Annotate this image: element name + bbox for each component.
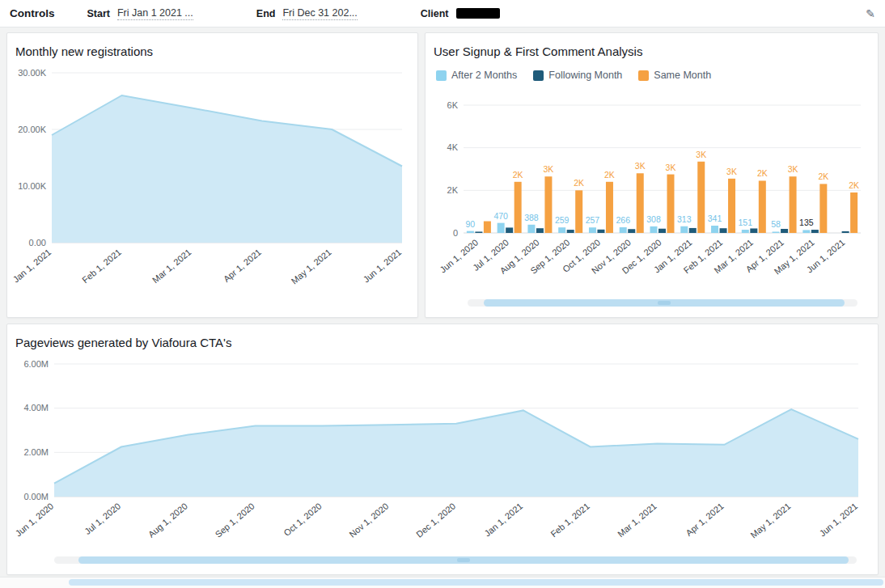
legend-swatch bbox=[533, 70, 544, 81]
monthly-registrations-chart[interactable]: 0.0010.00K20.00K30.00KJan 1, 2021Feb 1, … bbox=[11, 63, 417, 307]
bar[interactable] bbox=[811, 230, 819, 233]
x-axis-label: Jun 1, 2021 bbox=[362, 247, 404, 284]
data-label: 308 bbox=[646, 214, 661, 224]
area-fill[interactable] bbox=[52, 95, 402, 243]
bar[interactable] bbox=[567, 230, 574, 233]
start-date-control[interactable]: Start Fri Jan 1 2021 ... bbox=[87, 7, 193, 20]
legend-swatch bbox=[638, 70, 649, 81]
bar[interactable] bbox=[589, 227, 596, 233]
bar[interactable] bbox=[467, 231, 474, 233]
bar[interactable] bbox=[544, 176, 552, 233]
client-control[interactable]: Client bbox=[421, 8, 500, 19]
client-label: Client bbox=[421, 8, 449, 19]
bar[interactable] bbox=[637, 173, 644, 233]
bar[interactable] bbox=[759, 180, 766, 233]
panel-monthly-registrations: Monthly new registrations 0.0010.00K20.0… bbox=[6, 32, 418, 318]
data-label: 388 bbox=[524, 213, 539, 222]
bar[interactable] bbox=[711, 226, 718, 233]
bar[interactable] bbox=[850, 192, 857, 233]
data-label: 257 bbox=[586, 215, 600, 225]
x-axis-label: Jan 1, 2021 bbox=[11, 247, 53, 284]
x-axis-label: Nov 1, 2020 bbox=[347, 501, 390, 539]
bar[interactable] bbox=[658, 229, 666, 233]
panel-title: Monthly new registrations bbox=[15, 44, 417, 58]
x-axis-label: Jan 1, 2021 bbox=[482, 501, 524, 538]
bar[interactable] bbox=[506, 227, 513, 233]
data-label: 2K bbox=[757, 168, 768, 178]
bar[interactable] bbox=[558, 227, 565, 233]
x-axis-label: Mar 1, 2021 bbox=[150, 247, 193, 285]
area-fill[interactable] bbox=[54, 409, 858, 497]
end-date-control[interactable]: End Fri Dec 31 202... bbox=[256, 7, 358, 20]
page-hscrollbar[interactable] bbox=[0, 577, 885, 588]
bar[interactable] bbox=[742, 230, 749, 233]
bar[interactable] bbox=[536, 228, 544, 233]
monthly-new-registrations-svg: 0.0010.00K20.00K30.00KJan 1, 2021Feb 1, … bbox=[11, 63, 413, 304]
bar[interactable] bbox=[475, 231, 482, 233]
x-axis-label: Dec 1, 2020 bbox=[414, 501, 457, 539]
y-axis-label: 6K bbox=[447, 100, 459, 110]
controls-bar: Controls Start Fri Jan 1 2021 ... End Fr… bbox=[0, 0, 885, 27]
end-date-label: End bbox=[256, 8, 276, 19]
end-date-value[interactable]: Fri Dec 31 202... bbox=[282, 7, 357, 20]
bar[interactable] bbox=[606, 182, 613, 233]
bar[interactable] bbox=[790, 176, 797, 233]
x-axis-label: May 1, 2021 bbox=[748, 501, 792, 539]
scrollbar-thumb[interactable] bbox=[69, 579, 883, 586]
bar[interactable] bbox=[720, 228, 727, 233]
scrollbar-grip-icon bbox=[457, 558, 470, 562]
bar[interactable] bbox=[527, 225, 535, 233]
y-axis-label: 2.00M bbox=[23, 447, 49, 457]
pencil-icon[interactable]: ✎ bbox=[866, 8, 875, 19]
bar[interactable] bbox=[498, 223, 505, 233]
bar[interactable] bbox=[484, 222, 491, 233]
panel-title: Pageviews generated by Viafoura CTA's bbox=[15, 336, 878, 349]
bar[interactable] bbox=[697, 162, 705, 233]
bar[interactable] bbox=[728, 179, 735, 233]
data-label: 2K bbox=[849, 180, 859, 190]
panel-pageviews: Pageviews generated by Viafoura CTA's 0.… bbox=[6, 324, 879, 575]
bar[interactable] bbox=[819, 184, 827, 233]
bar[interactable] bbox=[842, 231, 849, 233]
data-label: 2K bbox=[604, 170, 615, 180]
y-axis-label: 2K bbox=[447, 185, 459, 195]
bar[interactable] bbox=[628, 229, 635, 233]
bar[interactable] bbox=[781, 229, 788, 233]
bar[interactable] bbox=[667, 175, 675, 233]
data-label: 135 bbox=[799, 218, 814, 227]
legend-item[interactable]: Following Month bbox=[533, 70, 622, 81]
x-axis-label: Jun 1, 2021 bbox=[818, 501, 860, 538]
bar[interactable] bbox=[650, 226, 658, 233]
data-label: 58 bbox=[771, 219, 781, 229]
y-axis-label: 20.00K bbox=[18, 125, 47, 134]
scrollbar-thumb[interactable] bbox=[484, 299, 845, 307]
bar[interactable] bbox=[680, 226, 688, 233]
bar[interactable] bbox=[773, 231, 780, 233]
bar[interactable] bbox=[750, 228, 757, 233]
signup-analysis-chart[interactable]: 02K4K6KJun 1, 2020Jul 1, 2020Aug 1, 2020… bbox=[430, 86, 878, 288]
data-label: 3K bbox=[666, 163, 676, 172]
x-axis-label: Feb 1, 2021 bbox=[548, 501, 591, 539]
scrollbar-thumb[interactable] bbox=[78, 556, 849, 564]
data-label: 151 bbox=[739, 218, 753, 227]
y-axis-label: 4K bbox=[447, 142, 459, 152]
legend-item[interactable]: Same Month bbox=[638, 70, 711, 81]
data-label: 2K bbox=[513, 170, 523, 180]
data-label: 341 bbox=[708, 214, 722, 223]
data-label: 266 bbox=[616, 215, 630, 225]
bar[interactable] bbox=[514, 182, 522, 233]
legend-label: Following Month bbox=[548, 70, 622, 81]
bar[interactable] bbox=[575, 190, 582, 233]
bar[interactable] bbox=[620, 227, 627, 233]
legend-label: Same Month bbox=[654, 70, 711, 81]
client-value-redacted[interactable] bbox=[456, 8, 500, 19]
start-date-value[interactable]: Fri Jan 1 2021 ... bbox=[117, 7, 193, 20]
bar[interactable] bbox=[802, 230, 810, 233]
pageviews-chart[interactable]: 0.00M2.00M4.00M6.00MJun 1, 2020Jul 1, 20… bbox=[12, 353, 878, 550]
chart-hscrollbar[interactable] bbox=[54, 556, 857, 564]
bar[interactable] bbox=[597, 230, 604, 233]
bar[interactable] bbox=[689, 228, 697, 233]
legend-item[interactable]: After 2 Months bbox=[436, 70, 517, 81]
x-axis-label: Oct 1, 2020 bbox=[282, 501, 323, 538]
chart-hscrollbar[interactable] bbox=[468, 299, 857, 307]
